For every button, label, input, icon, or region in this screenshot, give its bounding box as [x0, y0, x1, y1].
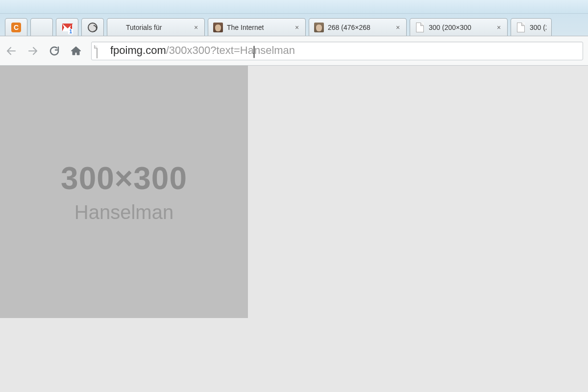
tab-strip: C 1 Tutorials	[0, 14, 588, 36]
forward-button[interactable]	[26, 45, 39, 57]
reload-button[interactable]	[48, 45, 61, 57]
pinned-tabs-group: C 1	[5, 18, 104, 36]
close-icon[interactable]: ×	[193, 24, 199, 31]
url-host: fpoimg.com	[110, 44, 166, 56]
pinned-tab-c[interactable]: C	[5, 18, 27, 36]
page-icon	[97, 46, 105, 56]
close-icon[interactable]: ×	[394, 24, 401, 31]
back-button[interactable]	[5, 45, 18, 57]
tab-300a[interactable]: 300 (200×300 ×	[410, 18, 508, 36]
face-icon	[213, 23, 223, 32]
page-icon	[415, 23, 425, 32]
tab-label: 300 (2	[530, 24, 546, 31]
tab-tutorials[interactable]: Tutorials für ×	[107, 18, 205, 36]
window-titlebar	[0, 0, 588, 14]
tab-268[interactable]: 268 (476×268 ×	[309, 18, 407, 36]
toolbar: fpoimg.com/300x300?text=Hanselman	[0, 36, 588, 66]
placeholder-caption: Hanselman	[74, 201, 173, 223]
wings-icon	[112, 23, 122, 32]
pinned-tab-gmail[interactable]: 1	[56, 18, 78, 36]
ring-icon	[88, 23, 98, 32]
placeholder-image: 300×300 Hanselman	[0, 66, 248, 318]
tab-300b[interactable]: 300 (2	[511, 18, 552, 36]
text-cursor-icon	[254, 46, 254, 58]
gmail-unread-badge: 1	[68, 29, 73, 34]
placeholder-dimensions: 300×300	[61, 160, 187, 196]
gmail-icon: 1	[62, 23, 72, 32]
wings-icon	[37, 23, 47, 32]
url-path-before-cursor: /300x300?text=Ha	[166, 44, 254, 56]
tab-label: Tutorials für	[126, 24, 189, 31]
pinned-tab-wings[interactable]	[30, 18, 53, 36]
url-text: fpoimg.com/300x300?text=Hanselman	[110, 44, 295, 57]
close-icon[interactable]: ×	[495, 24, 502, 31]
url-path-after-cursor: nselman	[254, 44, 295, 56]
tab-label: 268 (476×268	[328, 24, 391, 31]
address-bar[interactable]: fpoimg.com/300x300?text=Hanselman	[91, 42, 583, 60]
page-icon	[516, 23, 526, 32]
pinned-tab-ring[interactable]	[81, 18, 104, 36]
home-button[interactable]	[70, 45, 82, 57]
tab-label: The Internet	[227, 24, 290, 31]
tab-internet[interactable]: The Internet ×	[208, 18, 306, 36]
close-icon[interactable]: ×	[294, 24, 300, 31]
face2-icon	[314, 23, 324, 32]
page-content: 300×300 Hanselman	[0, 66, 588, 392]
c-icon: C	[11, 23, 21, 32]
tab-label: 300 (200×300	[429, 24, 491, 31]
